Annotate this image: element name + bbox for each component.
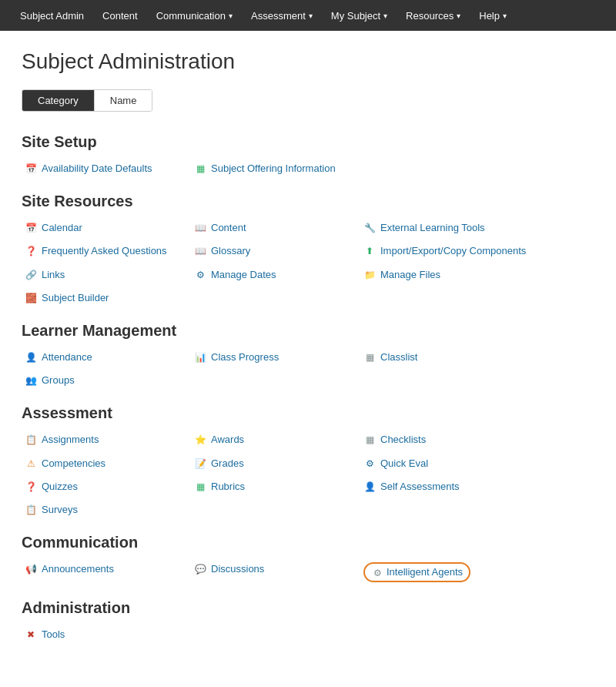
quick-eval-link[interactable]: Quick Eval bbox=[380, 457, 428, 471]
quizzes-icon: ❓ bbox=[25, 481, 37, 493]
self-assessments-icon: 👤 bbox=[363, 481, 376, 493]
subject-offering-icon: ▦ bbox=[194, 163, 206, 175]
import-export-link[interactable]: Import/Export/Copy Components bbox=[380, 244, 526, 258]
nav-assessment-caret: ▾ bbox=[309, 12, 313, 20]
manage-files-link[interactable]: Manage Files bbox=[380, 268, 440, 282]
surveys-icon: 📋 bbox=[25, 504, 37, 516]
administration-grid: ✖ Tools bbox=[22, 626, 594, 643]
list-item: 📊 Class Progress bbox=[191, 349, 360, 366]
classlist-icon: ▦ bbox=[363, 351, 376, 364]
list-item: ▦ Rubrics bbox=[191, 478, 360, 495]
links-icon: 🔗 bbox=[25, 269, 37, 281]
list-item: ⚠ Competencies bbox=[22, 455, 191, 472]
nav-my-subject[interactable]: My Subject ▾ bbox=[323, 0, 395, 31]
faq-icon: ❓ bbox=[25, 245, 37, 257]
calendar-icon: 📅 bbox=[25, 222, 37, 234]
grades-link[interactable]: Grades bbox=[211, 457, 244, 471]
manage-files-icon: 📁 bbox=[363, 269, 376, 281]
assignments-link[interactable]: Assignments bbox=[42, 433, 99, 447]
nav-assessment[interactable]: Assessment ▾ bbox=[243, 0, 320, 31]
external-learning-tools-link[interactable]: External Learning Tools bbox=[380, 221, 485, 235]
import-export-icon: ⬆ bbox=[363, 245, 376, 257]
section-administration: Administration ✖ Tools bbox=[22, 599, 594, 643]
subject-offering-info-link[interactable]: Subject Offering Information bbox=[211, 162, 336, 176]
site-setup-title: Site Setup bbox=[22, 133, 594, 151]
nav-resources-caret: ▾ bbox=[457, 12, 460, 20]
list-item: ▦ Classlist bbox=[360, 349, 594, 366]
page-title: Subject Administration bbox=[22, 49, 594, 74]
list-item: ▦ Subject Offering Information bbox=[191, 160, 360, 177]
learner-management-title: Learner Management bbox=[22, 322, 594, 340]
groups-link[interactable]: Groups bbox=[42, 374, 75, 387]
list-item: 📁 Manage Files bbox=[360, 266, 594, 283]
tab-name[interactable]: Name bbox=[95, 90, 152, 111]
intelligent-agents-link[interactable]: Intelligent Agents bbox=[387, 565, 463, 579]
rubrics-link[interactable]: Rubrics bbox=[211, 480, 245, 494]
competencies-link[interactable]: Competencies bbox=[42, 457, 105, 471]
list-item: 📋 Surveys bbox=[22, 501, 191, 518]
intelligent-agents-icon: ⚙ bbox=[371, 567, 383, 579]
announcements-icon: 📢 bbox=[25, 563, 37, 575]
assessment-title: Assessment bbox=[22, 404, 594, 422]
nav-resources[interactable]: Resources ▾ bbox=[398, 0, 468, 31]
calendar-link[interactable]: Calendar bbox=[42, 221, 82, 235]
glossary-link[interactable]: Glossary bbox=[211, 244, 250, 258]
attendance-link[interactable]: Attendance bbox=[42, 350, 92, 364]
communication-title: Communication bbox=[22, 534, 594, 551]
glossary-icon: 📖 bbox=[194, 245, 206, 257]
checklists-icon: ▦ bbox=[363, 434, 376, 446]
nav-my-subject-caret: ▾ bbox=[383, 12, 387, 20]
discussions-icon: 💬 bbox=[194, 563, 206, 575]
nav-content[interactable]: Content bbox=[95, 0, 146, 31]
faq-link[interactable]: Frequently Asked Questions bbox=[42, 244, 167, 258]
discussions-link[interactable]: Discussions bbox=[211, 562, 264, 576]
classlist-link[interactable]: Classlist bbox=[380, 350, 417, 364]
content-icon: 📖 bbox=[194, 222, 206, 234]
quick-eval-icon: ⚙ bbox=[363, 457, 376, 470]
manage-dates-link[interactable]: Manage Dates bbox=[211, 268, 276, 282]
surveys-link[interactable]: Surveys bbox=[42, 503, 78, 517]
section-learner-management: Learner Management 👤 Attendance 📊 Class … bbox=[22, 322, 594, 389]
nav-help-caret: ▾ bbox=[503, 12, 507, 20]
top-navigation: Subject Admin Content Communication ▾ As… bbox=[0, 0, 616, 31]
nav-subject-admin[interactable]: Subject Admin bbox=[12, 0, 92, 31]
announcements-link[interactable]: Announcements bbox=[42, 562, 114, 576]
list-item: ✖ Tools bbox=[22, 626, 191, 643]
competencies-icon: ⚠ bbox=[25, 457, 37, 470]
checklists-link[interactable]: Checklists bbox=[380, 433, 426, 447]
external-learning-tools-icon: 🔧 bbox=[363, 222, 376, 234]
availability-date-defaults-link[interactable]: Availability Date Defaults bbox=[42, 162, 152, 176]
awards-link[interactable]: Awards bbox=[211, 433, 244, 447]
administration-title: Administration bbox=[22, 599, 594, 617]
list-item: ⚙ Intelligent Agents bbox=[360, 561, 594, 584]
list-item: ⭐ Awards bbox=[191, 431, 360, 448]
tools-link[interactable]: Tools bbox=[42, 628, 65, 642]
list-item: 📅 Availability Date Defaults bbox=[22, 160, 191, 177]
assessment-grid: 📋 Assignments ⭐ Awards ▦ Checklists ⚠ Co… bbox=[22, 431, 594, 518]
groups-icon: 👥 bbox=[25, 374, 37, 387]
grades-icon: 📝 bbox=[194, 457, 206, 470]
list-item: ⬆ Import/Export/Copy Components bbox=[360, 243, 594, 260]
manage-dates-icon: ⚙ bbox=[194, 269, 206, 281]
content-link[interactable]: Content bbox=[211, 221, 246, 235]
section-communication: Communication 📢 Announcements 💬 Discussi… bbox=[22, 534, 594, 584]
class-progress-link[interactable]: Class Progress bbox=[211, 350, 279, 364]
list-item: 👤 Self Assessments bbox=[360, 478, 594, 495]
page-content: Subject Administration Category Name Sit… bbox=[0, 31, 616, 677]
list-item: 👥 Groups bbox=[22, 372, 191, 389]
nav-communication[interactable]: Communication ▾ bbox=[149, 0, 240, 31]
assignments-icon: 📋 bbox=[25, 434, 37, 446]
self-assessments-link[interactable]: Self Assessments bbox=[380, 480, 460, 494]
nav-help[interactable]: Help ▾ bbox=[471, 0, 514, 31]
list-item: ❓ Quizzes bbox=[22, 478, 191, 495]
list-item: 📖 Glossary bbox=[191, 243, 360, 260]
quizzes-link[interactable]: Quizzes bbox=[42, 480, 78, 494]
list-item: ⚙ Manage Dates bbox=[191, 266, 360, 283]
links-link[interactable]: Links bbox=[42, 268, 65, 282]
list-item: 🔗 Links bbox=[22, 266, 191, 283]
subject-builder-link[interactable]: Subject Builder bbox=[42, 291, 109, 305]
site-resources-grid: 📅 Calendar 📖 Content 🔧 External Learning… bbox=[22, 220, 594, 307]
tab-category[interactable]: Category bbox=[22, 90, 95, 111]
rubrics-icon: ▦ bbox=[194, 481, 206, 493]
list-item: ▦ Checklists bbox=[360, 431, 594, 448]
